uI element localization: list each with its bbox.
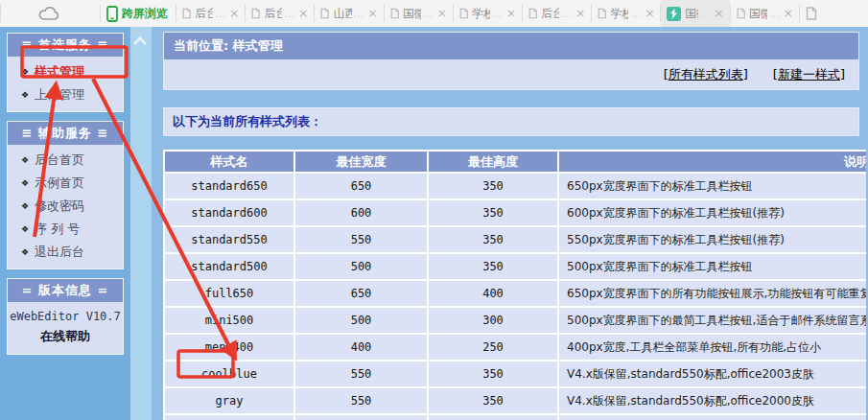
tab-title: 国微 <box>749 6 767 22</box>
sidebar-item-label: 示例首页 <box>35 175 84 192</box>
diamond-bullet-icon: ❖ <box>21 224 29 234</box>
sidebar-collapse-strip[interactable] <box>130 27 152 420</box>
sidebar-item-serial-number[interactable]: ❖ 序 列 号 <box>8 218 123 241</box>
tab-title-fade: … <box>561 8 572 20</box>
table-row[interactable]: standard600 600 350 600px宽度界面下的标准工具栏按钮(推… <box>165 200 866 225</box>
online-help-link[interactable]: 在线帮助 <box>8 325 123 349</box>
table-row[interactable]: light 550 350 V4.x版保留,standard550标配,ligh… <box>165 415 866 420</box>
tab-title: 山西 <box>334 6 352 22</box>
page-icon <box>320 7 329 20</box>
tab-close-icon[interactable]: × <box>437 7 447 20</box>
height-cell: 350 <box>429 227 557 252</box>
col-header-best-height: 最佳高度 <box>429 152 557 172</box>
description-cell: 500px宽度界面下的标准工具栏按钮 <box>559 254 866 279</box>
tab-close-icon[interactable]: × <box>506 7 516 20</box>
tab-guowei-1[interactable]: 国微 … × <box>385 0 453 27</box>
tab-close-icon[interactable]: × <box>298 7 308 20</box>
tab-xuexiao-2[interactable]: 学校 … × <box>592 0 660 27</box>
height-cell: 350 <box>429 388 557 413</box>
diamond-bullet-icon: ❖ <box>21 90 29 100</box>
height-cell: 300 <box>429 308 557 333</box>
table-row[interactable]: gray 550 350 V4.x版保留,standard550标配,offic… <box>165 388 866 413</box>
tab-houtai-3[interactable]: 后台 … × <box>523 0 591 27</box>
height-cell: 350 <box>429 254 557 279</box>
sidebar-item-label: 上传管理 <box>35 86 84 104</box>
sidebar-item-upload-management[interactable]: ❖ 上传管理 <box>8 83 123 106</box>
height-cell: 350 <box>429 415 557 420</box>
tab-title: 学校 <box>611 6 629 22</box>
breadcrumb: 当前位置: 样式管理 <box>164 33 858 59</box>
page-icon <box>182 7 191 20</box>
tab-title-fade: … <box>700 8 711 20</box>
sidebar-item-label: 修改密码 <box>35 198 84 215</box>
tab-guowei-3[interactable]: 国微 … × <box>731 0 799 27</box>
table-row[interactable]: standard500 500 350 500px宽度界面下的标准工具栏按钮 <box>165 254 866 279</box>
sidebar-item-backend-home[interactable]: ❖ 后台首页 <box>8 149 123 172</box>
tab-title: 后台 <box>195 6 213 22</box>
tab-close-icon[interactable]: × <box>575 7 585 20</box>
style-name-cell: light <box>165 415 293 420</box>
height-cell: 350 <box>429 200 557 225</box>
tab-cross-screen-browse[interactable]: 跨屏浏览 <box>101 0 176 27</box>
bracket: ] <box>840 67 845 82</box>
all-styles-list-link[interactable]: [所有样式列表] <box>664 66 748 83</box>
action-links-bar: [所有样式列表] [新建一样式] <box>164 59 858 89</box>
diamond-bullet-icon: ❖ <box>21 155 29 165</box>
tab-xuexiao-1[interactable]: 学校 … × <box>454 0 522 27</box>
table-row[interactable]: standard650 650 350 650px宽度界面下的标准工具栏按钮 <box>165 174 866 198</box>
new-style-link[interactable]: [新建一样式] <box>773 66 845 83</box>
section-title-version-info: = 版本信息 = <box>8 279 123 302</box>
sidebar-item-sample-home[interactable]: ❖ 示例首页 <box>8 172 123 195</box>
tab-close-icon[interactable]: × <box>645 7 654 20</box>
style-name-cell: full650 <box>165 281 293 306</box>
table-row[interactable]: full650 650 400 650px宽度界面下的所有功能按钮展示,功能按钮… <box>165 281 866 306</box>
style-name-cell: menu400 <box>165 335 293 360</box>
sidebar: ≡ 首选服务 ≡ ❖ 样式管理 ❖ 上传管理 ≡ 辅助服务 ≡ ❖ <box>0 27 130 420</box>
cloud-sync-button[interactable] <box>1 0 100 27</box>
tab-close-icon[interactable]: × <box>715 7 724 20</box>
height-cell: 350 <box>429 174 557 198</box>
sidebar-item-style-management[interactable]: ❖ 样式管理 <box>8 60 123 83</box>
sidebar-item-change-password[interactable]: ❖ 修改密码 <box>8 195 123 218</box>
tab-close-icon[interactable]: × <box>368 7 378 20</box>
cloud-icon <box>38 7 61 21</box>
table-row[interactable]: standard550 550 350 550px宽度界面下的标准工具栏按钮(推… <box>165 227 866 252</box>
bracket: ] <box>743 67 748 82</box>
tab-houtai-2[interactable]: 后台 … × <box>246 0 314 27</box>
diamond-bullet-icon: ❖ <box>21 247 29 257</box>
page-icon <box>251 7 260 20</box>
tab-close-icon[interactable]: × <box>784 7 793 20</box>
col-header-best-width: 最佳宽度 <box>295 152 427 172</box>
link-text: 所有样式列表 <box>669 67 743 82</box>
tab-partial[interactable] <box>800 0 868 27</box>
description-cell: 500px宽度界面下的最简工具栏按钮,适合于邮件系统留言系统 <box>559 308 866 333</box>
table-row[interactable]: mini500 500 300 500px宽度界面下的最简工具栏按钮,适合于邮件… <box>165 308 866 333</box>
tab-title: 跨屏浏览 <box>122 6 168 22</box>
tab-title-fade: … <box>284 8 294 20</box>
description-cell: V4.x版保留,standard550标配,office2003皮肤 <box>559 362 866 386</box>
sidebar-item-label: 样式管理 <box>35 63 84 81</box>
description-cell: 550px宽度界面下的标准工具栏按钮(推荐) <box>559 227 866 252</box>
description-cell: V4.x版保留,standard550标配,office2000皮肤 <box>559 388 866 413</box>
tab-guowei-2-active[interactable]: 国微 … × <box>661 0 729 27</box>
sidebar-item-label: 序 列 号 <box>35 221 80 238</box>
width-cell: 550 <box>295 227 427 252</box>
table-row-coolblue[interactable]: coolblue 550 350 V4.x版保留,standard550标配,o… <box>165 362 866 386</box>
table-header-row: 样式名 最佳宽度 最佳高度 说明 <box>165 152 866 172</box>
height-cell: 400 <box>429 281 557 306</box>
table-row[interactable]: menu400 400 250 400px宽度,工具栏全部菜单按钮,所有功能,占… <box>165 335 866 360</box>
page-icon <box>528 7 537 20</box>
tab-houtai-1[interactable]: 后台 … × <box>176 0 245 27</box>
link-text: 新建一样式 <box>778 67 840 82</box>
style-name-cell: standard500 <box>165 254 293 279</box>
width-cell: 600 <box>295 200 427 225</box>
tab-title-fade: … <box>492 8 503 20</box>
phone-icon <box>106 6 118 22</box>
tab-title: 后台 <box>265 6 283 22</box>
tab-title: 学校 <box>472 6 490 22</box>
sidebar-item-logout[interactable]: ❖ 退出后台 <box>8 241 123 264</box>
tab-shanxi[interactable]: 山西 … × <box>315 0 383 27</box>
sidebar-section-auxiliary: ≡ 辅助服务 ≡ ❖ 后台首页 ❖ 示例首页 ❖ 修改密码 <box>7 121 124 269</box>
tab-close-icon[interactable]: × <box>229 7 239 20</box>
width-cell: 500 <box>295 308 427 333</box>
